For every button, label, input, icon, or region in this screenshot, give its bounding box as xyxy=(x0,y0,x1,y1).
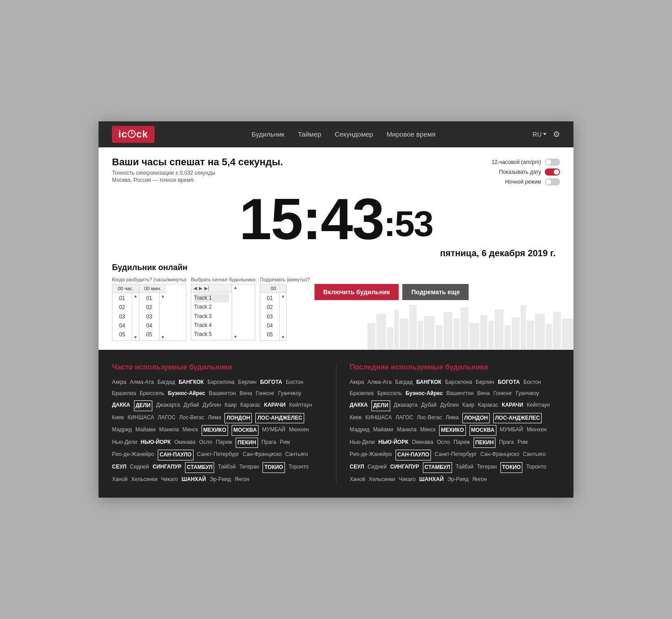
city-tag[interactable]: Нью-Дели xyxy=(112,438,137,448)
city-tag[interactable]: МУМБАЙ xyxy=(500,425,523,436)
city-tag[interactable]: Эр-Рияд xyxy=(447,475,469,485)
city-tag[interactable]: Майами xyxy=(135,425,155,436)
logo[interactable]: icck xyxy=(112,126,155,143)
city-tag[interactable]: Сан-Франциско xyxy=(243,450,282,460)
city-tag[interactable]: Манила xyxy=(397,425,417,436)
city-tag[interactable]: Багдад xyxy=(395,378,413,387)
city-tag[interactable]: Осло xyxy=(199,438,212,448)
city-tag[interactable]: Каракас xyxy=(478,400,498,411)
city-tag[interactable]: СЕУЛ xyxy=(350,462,364,473)
minutes-up-arrow[interactable]: ▲ xyxy=(161,294,165,298)
hour-04[interactable]: 04 xyxy=(119,322,125,329)
city-tag[interactable]: Джакарта xyxy=(394,400,418,411)
city-tag[interactable]: Сидней xyxy=(368,462,387,473)
city-tag[interactable]: МУМБАЙ xyxy=(262,425,285,436)
city-tag[interactable]: Минск xyxy=(420,425,436,436)
city-tag[interactable]: ЛОС-АНДЖЕЛЕС xyxy=(493,413,542,424)
city-tag[interactable]: Рио-де-Жанейро xyxy=(112,450,154,460)
city-tag[interactable]: Санкт-Петербург xyxy=(435,450,477,460)
city-tag[interactable]: Лима xyxy=(208,413,221,424)
enable-alarm-button[interactable]: Включить будильник xyxy=(314,284,399,300)
city-tag[interactable]: Барселона xyxy=(445,378,472,387)
city-tag[interactable]: СТАМБУЛ xyxy=(185,462,214,473)
city-tag[interactable]: САН-ПАУЛО xyxy=(158,450,193,460)
city-tag[interactable]: Каракас xyxy=(240,400,260,411)
city-tag[interactable]: Киев xyxy=(112,413,124,424)
city-tag[interactable]: Осло xyxy=(437,438,450,448)
city-tag[interactable]: Буэнос-Айрес xyxy=(405,389,443,399)
city-tag[interactable]: Тегеран xyxy=(239,462,259,473)
city-tag[interactable]: ПЕКИН xyxy=(474,438,495,448)
city-tag[interactable]: Нью-Дели xyxy=(350,438,375,448)
city-tag[interactable]: Минск xyxy=(182,425,198,436)
city-tag[interactable]: Берлин xyxy=(476,378,494,387)
toggle-showdate[interactable] xyxy=(545,168,560,176)
min-05[interactable]: 05 xyxy=(146,331,152,338)
hour-03[interactable]: 03 xyxy=(119,314,125,320)
city-tag[interactable]: Гонконг xyxy=(493,389,512,399)
city-tag[interactable]: КИНШАСА xyxy=(128,413,154,424)
snooze-up-arrow[interactable]: ▲ xyxy=(281,294,285,298)
city-tag[interactable]: Дублин xyxy=(202,400,221,411)
hour-01[interactable]: 01 xyxy=(119,295,125,301)
city-tag[interactable]: Лима xyxy=(445,413,459,424)
city-tag[interactable]: НЬЮ-ЙОРК xyxy=(379,438,409,448)
city-tag[interactable]: БОГОТА xyxy=(260,378,282,387)
language-selector[interactable]: RU xyxy=(533,131,547,138)
nav-timer[interactable]: Таймер xyxy=(298,130,321,138)
city-tag[interactable]: Эр-Рияд xyxy=(210,475,231,485)
min-04[interactable]: 04 xyxy=(146,322,152,329)
city-tag[interactable]: ПЕКИН xyxy=(236,438,258,448)
nav-alarm[interactable]: Будильник xyxy=(251,130,284,138)
minutes-down-arrow[interactable]: ▼ xyxy=(161,335,165,340)
city-tag[interactable]: ДАККА xyxy=(112,400,130,411)
city-tag[interactable]: Сантьяго xyxy=(285,450,308,460)
city-tag[interactable]: Вена xyxy=(477,389,490,399)
city-tag[interactable]: ТОКИО xyxy=(500,462,523,473)
city-tag[interactable]: Париж xyxy=(216,438,233,448)
city-tag[interactable]: ДЕЛИ xyxy=(134,400,153,411)
city-tag[interactable]: НЬЮ-ЙОРК xyxy=(141,438,171,448)
track-2[interactable]: Track 2 xyxy=(194,302,229,311)
city-tag[interactable]: Чикаго xyxy=(399,475,416,485)
city-tag[interactable]: Бостон xyxy=(523,378,541,387)
snooze-button[interactable]: Подремать еще xyxy=(402,284,469,300)
city-tag[interactable]: Торонто xyxy=(289,462,309,473)
city-tag[interactable]: Хельсинки xyxy=(369,475,395,485)
min-03[interactable]: 03 xyxy=(146,314,152,320)
city-tag[interactable]: ШАНХАЙ xyxy=(181,475,206,485)
city-tag[interactable]: Аккра xyxy=(350,378,364,387)
city-tag[interactable]: Чикаго xyxy=(161,475,178,485)
city-tag[interactable]: Окинава xyxy=(174,438,196,448)
city-tag[interactable]: Аккра xyxy=(112,378,126,387)
snooze-down-arrow[interactable]: ▼ xyxy=(281,335,285,340)
city-tag[interactable]: ЛОНДОН xyxy=(462,413,490,424)
track-prev-btn[interactable]: ◀ xyxy=(194,286,197,291)
snooze-01[interactable]: 01 xyxy=(267,295,273,301)
city-tag[interactable]: Каир xyxy=(224,400,237,411)
city-tag[interactable]: ТОКИО xyxy=(263,462,285,473)
city-tag[interactable]: Мадрид xyxy=(350,425,370,436)
min-01[interactable]: 01 xyxy=(146,295,152,301)
toggle-12hour[interactable] xyxy=(545,159,560,166)
city-tag[interactable]: СЕУЛ xyxy=(112,462,126,473)
city-tag[interactable]: Лос-Вегас xyxy=(417,413,442,424)
city-tag[interactable]: Мадрид xyxy=(112,425,132,436)
city-tag[interactable]: Окинава xyxy=(412,438,433,448)
city-tag[interactable]: Сантьяго xyxy=(523,450,546,460)
city-tag[interactable]: Санкт-Петербург xyxy=(197,450,239,460)
track-scroll-down[interactable]: ▼ xyxy=(233,335,237,339)
track-3[interactable]: Track 3 xyxy=(194,312,229,321)
city-tag[interactable]: Прага xyxy=(262,438,276,448)
city-tag[interactable]: Вашингтон xyxy=(447,389,474,399)
city-tag[interactable]: Манила xyxy=(159,425,179,436)
city-tag[interactable]: Мюнхен xyxy=(526,425,547,436)
city-tag[interactable]: Бразилиа xyxy=(350,389,374,399)
city-tag[interactable]: БАНГКОК xyxy=(416,378,441,387)
city-tag[interactable]: Тегеран xyxy=(477,462,497,473)
city-tag[interactable]: ДАККА xyxy=(350,400,368,411)
city-tag[interactable]: ЛАГОС xyxy=(158,413,176,424)
hour-05[interactable]: 05 xyxy=(119,331,125,338)
city-tag[interactable]: БАНГКОК xyxy=(179,378,204,387)
city-tag[interactable]: Вашингтон xyxy=(209,389,236,399)
